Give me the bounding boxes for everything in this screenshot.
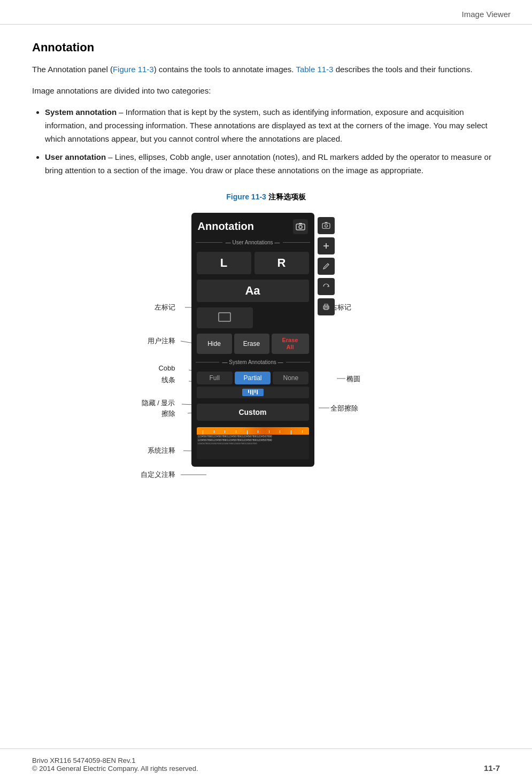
- callout-hide-show: 隐藏 / 显示: [109, 398, 175, 408]
- lr-row: L R: [191, 249, 314, 277]
- intro-paragraph-2: Image annotations are divided into two c…: [32, 84, 500, 97]
- sys-partial-button[interactable]: Partial: [235, 372, 271, 384]
- tick-3: [225, 430, 225, 433]
- icons-strip: [315, 213, 337, 320]
- sys-none-button[interactable]: None: [273, 372, 309, 384]
- tick-1: [203, 430, 203, 435]
- callout-cobb: Cobb: [127, 364, 175, 372]
- svg-rect-11: [296, 224, 305, 230]
- pencil-icon[interactable]: [318, 258, 335, 275]
- callout-custom-annotation: 自定义注释: [105, 470, 175, 480]
- user-annotation-button[interactable]: Aa: [197, 280, 309, 302]
- sys-line-3: [252, 390, 253, 395]
- hide-button[interactable]: Hide: [197, 334, 232, 354]
- panel-title-label: Annotation: [198, 220, 255, 233]
- cobb-button[interactable]: [197, 307, 253, 328]
- bullets-list: System annotation – Information that is …: [45, 106, 500, 177]
- sys-divider-line-right: [286, 362, 310, 362]
- figure-link-1[interactable]: Figure 11-3: [113, 65, 154, 74]
- camera-side-icon[interactable]: [318, 217, 335, 234]
- sys-ann-row: Full Partial None: [191, 368, 314, 385]
- tick-4: [236, 430, 236, 433]
- svg-point-12: [299, 226, 302, 229]
- aa-row: Aa: [191, 277, 314, 305]
- tick-5: [247, 430, 248, 435]
- left-marker-button[interactable]: L: [197, 252, 251, 274]
- ruler-orange-bar: [197, 427, 309, 435]
- svg-rect-15: [322, 223, 330, 228]
- svg-point-23: [328, 306, 329, 307]
- footer-left-line1: Brivo XR116 5474059-8EN Rev.1: [32, 756, 198, 764]
- user-annotations-label: — User Annotations —: [222, 240, 283, 245]
- sys-indicator-bar: [242, 389, 264, 396]
- sys-line-5: [257, 390, 258, 395]
- tick-7: [269, 430, 269, 433]
- footer-left: Brivo XR116 5474059-8EN Rev.1 © 2014 Gen…: [32, 756, 198, 773]
- section-title: Annotation: [32, 41, 500, 55]
- header-title: Image Viewer: [462, 10, 511, 19]
- camera-icon[interactable]: [293, 219, 308, 234]
- custom-button[interactable]: Custom: [197, 404, 309, 421]
- bullet-system: System annotation – Information that is …: [45, 106, 500, 145]
- ruler-numbers: 1234567890123456789012345678901234567890…: [197, 435, 309, 445]
- callout-system-annotation: 系统注释: [112, 446, 175, 455]
- svg-rect-14: [219, 313, 230, 321]
- callout-strip: 线条: [127, 375, 175, 385]
- rotate-icon[interactable]: [318, 278, 335, 295]
- callout-erase: 擦除: [122, 409, 175, 419]
- svg-rect-17: [325, 222, 327, 223]
- erase-button[interactable]: Erase: [234, 334, 269, 354]
- user-annotations-divider: — User Annotations —: [191, 237, 314, 248]
- svg-point-16: [325, 225, 327, 227]
- panel-title-row: Annotation: [191, 219, 314, 237]
- plus-icon[interactable]: [318, 237, 335, 254]
- sys-line-1: [248, 390, 249, 393]
- callout-erase-all: 全部擦除: [330, 404, 358, 413]
- callout-ellipse: 椭圆: [346, 374, 360, 384]
- tick-10: [302, 430, 303, 433]
- diagram-area: 左标记 用户注释 Cobb 线条 隐藏 / 显示 擦除 系统注释 自定义注释 右…: [90, 213, 443, 555]
- callout-user-annotation: 用户注释: [117, 336, 175, 346]
- print-icon[interactable]: [318, 298, 335, 315]
- bullet-user: User annotation – Lines, ellipses, Cobb …: [45, 151, 500, 177]
- right-marker-button[interactable]: R: [255, 252, 309, 274]
- page-footer: Brivo XR116 5474059-8EN Rev.1 © 2014 Gen…: [0, 748, 532, 780]
- figure-caption: Figure 11-3 注释选项板: [226, 192, 306, 202]
- sys-divider-line-left: [196, 362, 219, 362]
- footer-left-line2: © 2014 General Electric Company. All rig…: [32, 764, 198, 773]
- svg-rect-13: [299, 223, 302, 225]
- sys-indicator-lines: [248, 390, 258, 395]
- divider-line-left: [196, 242, 222, 243]
- sys-line-2: [250, 390, 251, 395]
- footer-page-number: 11-7: [484, 763, 500, 773]
- ruler-area: 1234567890123456789012345678901234567890…: [197, 427, 309, 459]
- tick-6: [258, 430, 258, 433]
- main-content: Annotation The Annotation panel (Figure …: [0, 25, 532, 614]
- figure-container: Figure 11-3 注释选项板: [32, 192, 500, 555]
- annotation-panel-wrapper: Annotation — User Annotations —: [191, 213, 314, 467]
- tick-8: [280, 430, 280, 433]
- custom-row: Custom: [191, 401, 314, 424]
- bullet-user-text: – Lines, ellipses, Cobb angle, user anno…: [45, 152, 491, 175]
- bullet-user-label: User annotation: [45, 152, 106, 161]
- callout-left-marker: 左标记: [122, 303, 175, 312]
- system-annotations-label: — System Annotations —: [219, 359, 287, 365]
- table-link-1[interactable]: Table 11-3: [296, 65, 333, 74]
- bullet-system-label: System annotation: [45, 107, 117, 117]
- sys-indicator: [197, 387, 309, 398]
- intro-paragraph-1: The Annotation panel (Figure 11-3) conta…: [32, 63, 500, 76]
- ruler-ticks: [197, 430, 309, 435]
- tick-9: [291, 430, 291, 435]
- page-header: Image Viewer: [0, 0, 532, 25]
- sys-full-button[interactable]: Full: [197, 372, 233, 384]
- system-annotations-divider: — System Annotations —: [191, 357, 314, 367]
- hide-erase-row: Hide Erase EraseAll: [191, 330, 314, 357]
- divider-line-right: [283, 242, 310, 243]
- cobb-row: [191, 305, 314, 330]
- tick-2: [214, 430, 214, 433]
- annotation-panel: Annotation — User Annotations —: [191, 213, 314, 467]
- figure-caption-link[interactable]: Figure 11-3: [226, 192, 266, 201]
- figure-caption-text: 注释选项板: [266, 192, 306, 201]
- sys-line-4: [255, 390, 256, 393]
- erase-all-button[interactable]: EraseAll: [272, 334, 309, 354]
